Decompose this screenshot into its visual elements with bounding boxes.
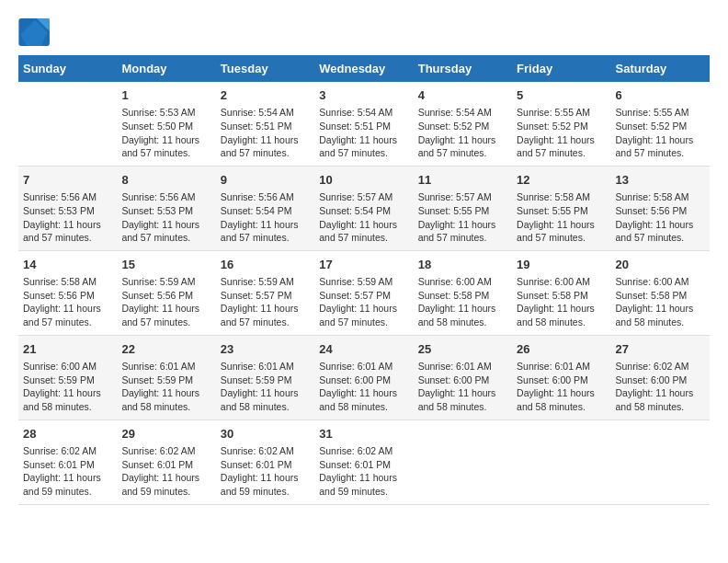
calendar-cell (414, 419, 512, 504)
day-number: 26 (517, 341, 606, 358)
calendar-cell: 1Sunrise: 5:53 AM Sunset: 5:50 PM Daylig… (117, 82, 215, 166)
day-detail: Sunrise: 6:01 AM Sunset: 6:00 PM Dayligh… (319, 360, 408, 414)
day-number: 29 (121, 426, 210, 442)
day-number: 28 (23, 426, 112, 442)
calendar-cell: 27Sunrise: 6:02 AM Sunset: 6:00 PM Dayli… (611, 335, 710, 419)
calendar-cell: 23Sunrise: 6:01 AM Sunset: 5:59 PM Dayli… (216, 335, 314, 419)
calendar-cell: 11Sunrise: 5:57 AM Sunset: 5:55 PM Dayli… (414, 166, 512, 250)
calendar-cell: 5Sunrise: 5:55 AM Sunset: 5:52 PM Daylig… (512, 82, 610, 166)
day-detail: Sunrise: 5:56 AM Sunset: 5:53 PM Dayligh… (23, 190, 112, 245)
calendar-cell: 9Sunrise: 5:56 AM Sunset: 5:54 PM Daylig… (216, 166, 314, 250)
day-number: 24 (319, 341, 408, 358)
calendar-cell (611, 419, 710, 504)
day-detail: Sunrise: 5:58 AM Sunset: 5:56 PM Dayligh… (23, 275, 112, 329)
day-number: 12 (517, 172, 606, 189)
day-detail: Sunrise: 5:55 AM Sunset: 5:52 PM Dayligh… (517, 106, 606, 160)
day-detail: Sunrise: 5:58 AM Sunset: 5:56 PM Dayligh… (616, 190, 705, 245)
calendar-cell: 18Sunrise: 6:00 AM Sunset: 5:58 PM Dayli… (414, 250, 512, 335)
calendar-cell: 19Sunrise: 6:00 AM Sunset: 5:58 PM Dayli… (512, 250, 610, 335)
day-number: 20 (616, 257, 705, 273)
day-detail: Sunrise: 5:56 AM Sunset: 5:53 PM Dayligh… (121, 190, 210, 245)
day-number: 17 (319, 257, 408, 273)
calendar-cell: 2Sunrise: 5:54 AM Sunset: 5:51 PM Daylig… (216, 82, 314, 166)
calendar-cell: 28Sunrise: 6:02 AM Sunset: 6:01 PM Dayli… (18, 419, 117, 504)
day-detail: Sunrise: 5:59 AM Sunset: 5:57 PM Dayligh… (319, 275, 408, 329)
day-number: 23 (221, 341, 310, 358)
calendar-cell: 13Sunrise: 5:58 AM Sunset: 5:56 PM Dayli… (611, 166, 710, 250)
day-detail: Sunrise: 5:59 AM Sunset: 5:57 PM Dayligh… (221, 275, 310, 329)
day-number: 21 (23, 341, 112, 358)
calendar-header-saturday: Saturday (611, 55, 710, 82)
calendar-cell: 6Sunrise: 5:55 AM Sunset: 5:52 PM Daylig… (611, 82, 710, 166)
calendar-week-row: 21Sunrise: 6:00 AM Sunset: 5:59 PM Dayli… (18, 335, 710, 419)
day-number: 25 (418, 341, 507, 358)
calendar-cell: 20Sunrise: 6:00 AM Sunset: 5:58 PM Dayli… (611, 250, 710, 335)
day-detail: Sunrise: 6:01 AM Sunset: 5:59 PM Dayligh… (221, 360, 310, 414)
calendar-week-row: 28Sunrise: 6:02 AM Sunset: 6:01 PM Dayli… (18, 419, 710, 504)
day-number: 5 (517, 87, 606, 104)
day-detail: Sunrise: 6:00 AM Sunset: 5:59 PM Dayligh… (23, 360, 112, 414)
day-detail: Sunrise: 5:59 AM Sunset: 5:56 PM Dayligh… (121, 275, 210, 329)
calendar-week-row: 1Sunrise: 5:53 AM Sunset: 5:50 PM Daylig… (18, 82, 710, 166)
day-detail: Sunrise: 6:00 AM Sunset: 5:58 PM Dayligh… (418, 275, 507, 329)
calendar-cell: 16Sunrise: 5:59 AM Sunset: 5:57 PM Dayli… (216, 250, 314, 335)
calendar-cell: 17Sunrise: 5:59 AM Sunset: 5:57 PM Dayli… (314, 250, 413, 335)
calendar-cell: 22Sunrise: 6:01 AM Sunset: 5:59 PM Dayli… (117, 335, 215, 419)
day-detail: Sunrise: 6:01 AM Sunset: 6:00 PM Dayligh… (418, 360, 507, 414)
day-number: 7 (23, 172, 112, 189)
day-number: 18 (418, 257, 507, 273)
day-detail: Sunrise: 5:53 AM Sunset: 5:50 PM Dayligh… (121, 106, 210, 160)
calendar-week-row: 7Sunrise: 5:56 AM Sunset: 5:53 PM Daylig… (18, 166, 710, 250)
calendar-cell: 24Sunrise: 6:01 AM Sunset: 6:00 PM Dayli… (314, 335, 413, 419)
day-detail: Sunrise: 5:56 AM Sunset: 5:54 PM Dayligh… (221, 190, 310, 245)
day-detail: Sunrise: 6:02 AM Sunset: 6:01 PM Dayligh… (121, 444, 210, 499)
calendar-cell: 30Sunrise: 6:02 AM Sunset: 6:01 PM Dayli… (216, 419, 314, 504)
calendar-cell (18, 82, 117, 166)
day-detail: Sunrise: 6:02 AM Sunset: 6:01 PM Dayligh… (23, 444, 112, 499)
day-number: 3 (319, 87, 408, 104)
day-number: 2 (221, 87, 310, 104)
calendar-header-thursday: Thursday (414, 55, 512, 82)
logo-icon (18, 18, 51, 46)
day-number: 4 (418, 87, 507, 104)
day-number: 15 (121, 257, 210, 273)
calendar-cell: 21Sunrise: 6:00 AM Sunset: 5:59 PM Dayli… (18, 335, 117, 419)
calendar-cell: 26Sunrise: 6:01 AM Sunset: 6:00 PM Dayli… (512, 335, 610, 419)
day-number: 14 (23, 257, 112, 273)
calendar-cell: 15Sunrise: 5:59 AM Sunset: 5:56 PM Dayli… (117, 250, 215, 335)
calendar-cell: 4Sunrise: 5:54 AM Sunset: 5:52 PM Daylig… (414, 82, 512, 166)
day-detail: Sunrise: 6:01 AM Sunset: 5:59 PM Dayligh… (121, 360, 210, 414)
day-detail: Sunrise: 5:58 AM Sunset: 5:55 PM Dayligh… (517, 190, 606, 245)
day-number: 30 (221, 426, 310, 442)
day-detail: Sunrise: 5:55 AM Sunset: 5:52 PM Dayligh… (616, 106, 705, 160)
day-detail: Sunrise: 6:01 AM Sunset: 6:00 PM Dayligh… (517, 360, 606, 414)
page-header (18, 18, 710, 46)
day-detail: Sunrise: 5:54 AM Sunset: 5:51 PM Dayligh… (221, 106, 310, 160)
day-detail: Sunrise: 6:02 AM Sunset: 6:01 PM Dayligh… (319, 444, 408, 499)
calendar-cell: 10Sunrise: 5:57 AM Sunset: 5:54 PM Dayli… (314, 166, 413, 250)
calendar-cell (512, 419, 610, 504)
day-detail: Sunrise: 5:54 AM Sunset: 5:51 PM Dayligh… (319, 106, 408, 160)
day-detail: Sunrise: 6:02 AM Sunset: 6:00 PM Dayligh… (616, 360, 705, 414)
day-detail: Sunrise: 5:54 AM Sunset: 5:52 PM Dayligh… (418, 106, 507, 160)
day-number: 13 (616, 172, 705, 189)
day-number: 16 (221, 257, 310, 273)
calendar-table: SundayMondayTuesdayWednesdayThursdayFrid… (18, 55, 710, 505)
calendar-cell: 29Sunrise: 6:02 AM Sunset: 6:01 PM Dayli… (117, 419, 215, 504)
calendar-cell: 3Sunrise: 5:54 AM Sunset: 5:51 PM Daylig… (314, 82, 413, 166)
calendar-cell: 14Sunrise: 5:58 AM Sunset: 5:56 PM Dayli… (18, 250, 117, 335)
day-number: 9 (221, 172, 310, 189)
day-detail: Sunrise: 5:57 AM Sunset: 5:55 PM Dayligh… (418, 190, 507, 245)
calendar-cell: 8Sunrise: 5:56 AM Sunset: 5:53 PM Daylig… (117, 166, 215, 250)
logo (18, 18, 57, 46)
calendar-cell: 7Sunrise: 5:56 AM Sunset: 5:53 PM Daylig… (18, 166, 117, 250)
calendar-header-row: SundayMondayTuesdayWednesdayThursdayFrid… (18, 55, 710, 82)
day-number: 8 (121, 172, 210, 189)
day-number: 10 (319, 172, 408, 189)
calendar-header-monday: Monday (117, 55, 215, 82)
day-detail: Sunrise: 6:00 AM Sunset: 5:58 PM Dayligh… (616, 275, 705, 329)
day-number: 31 (319, 426, 408, 442)
day-number: 1 (121, 87, 210, 104)
day-detail: Sunrise: 5:57 AM Sunset: 5:54 PM Dayligh… (319, 190, 408, 245)
calendar-header-sunday: Sunday (18, 55, 117, 82)
